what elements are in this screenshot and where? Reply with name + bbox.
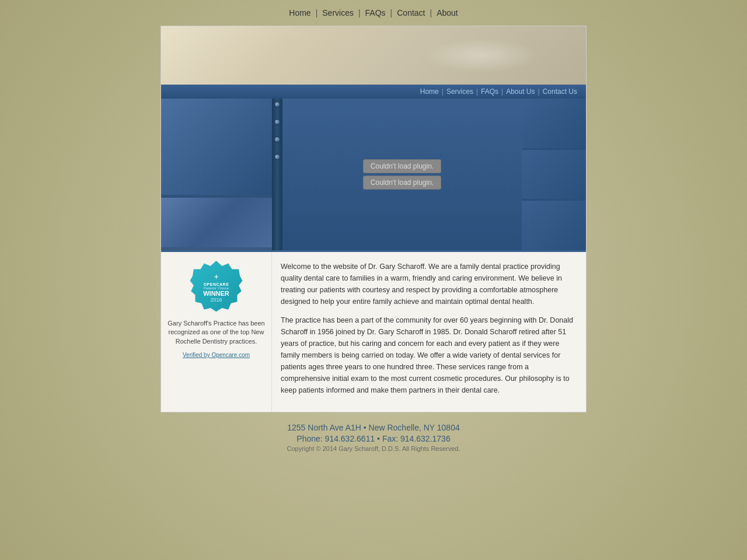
opencare-label: OPENCARE [204, 282, 229, 286]
left-sidebar-bottom [161, 198, 272, 247]
award-description: Gary Scharoff's Practice has been recogn… [167, 319, 266, 346]
header-banner [161, 26, 586, 85]
welcome-text-section: Welcome to the website of Dr. Gary Schar… [272, 252, 586, 412]
sec-nav-about-us[interactable]: About Us [503, 88, 537, 96]
content-area: Couldn't load plugin. Couldn't load plug… [161, 99, 586, 250]
sec-nav-contact-us[interactable]: Contact Us [540, 88, 580, 96]
right-panel-bottom [522, 201, 586, 250]
badge-outer: + OPENCARE Patients' Choice WINNER 2016 [190, 261, 243, 313]
right-panel-top [522, 99, 586, 148]
sec-nav-home[interactable]: Home [417, 88, 442, 96]
screw-bottom [274, 154, 280, 160]
plugin-error-container: Couldn't load plugin. Couldn't load plug… [363, 159, 441, 190]
welcome-paragraph-2: The practice has been a part of the comm… [281, 314, 577, 396]
footer-copyright: Copyright © 2014 Gary Scharoff, D.D.S. A… [0, 445, 747, 452]
screw-lower-mid [274, 136, 280, 142]
award-section: + OPENCARE Patients' Choice WINNER 2016 … [161, 252, 272, 412]
award-badge: + OPENCARE Patients' Choice WINNER 2016 [190, 261, 243, 313]
main-container: Home | Services | FAQs | About Us | Cont… [160, 26, 587, 412]
nav-faqs[interactable]: FAQs [361, 8, 390, 18]
right-panel-middle [522, 150, 586, 200]
welcome-paragraph-1: Welcome to the website of Dr. Gary Schar… [281, 261, 577, 307]
bottom-section: + OPENCARE Patients' Choice WINNER 2016 … [161, 250, 586, 412]
center-divider [272, 99, 282, 250]
nav-about[interactable]: About [432, 8, 463, 18]
nav-home[interactable]: Home [284, 8, 315, 18]
screw-upper-mid [274, 119, 280, 125]
badge-plus-icon: + [214, 272, 218, 281]
secondary-navigation: Home | Services | FAQs | About Us | Cont… [161, 85, 586, 99]
right-sidebar [522, 99, 586, 250]
badge-inner: + OPENCARE Patients' Choice WINNER 2016 [203, 261, 229, 313]
footer: 1255 North Ave A1H • New Rochelle, NY 10… [0, 412, 747, 458]
left-sidebar [161, 99, 272, 250]
screw-top [274, 102, 280, 107]
year-label: 2016 [210, 297, 222, 303]
plugin-error-2: Couldn't load plugin. [363, 176, 441, 190]
winner-label: WINNER [203, 290, 229, 297]
footer-address: 1255 North Ave A1H • New Rochelle, NY 10… [0, 423, 747, 432]
nav-services[interactable]: Services [317, 8, 358, 18]
sec-nav-services[interactable]: Services [444, 88, 476, 96]
footer-phone: Phone: 914.632.6611 • Fax: 914.632.1736 [0, 434, 747, 443]
plugin-error-1: Couldn't load plugin. [363, 159, 441, 173]
sec-nav-faqs[interactable]: FAQs [478, 88, 501, 96]
top-navigation: Home | Services | FAQs | Contact | About [0, 0, 747, 26]
verified-by[interactable]: Verified by Opencare.com [183, 352, 250, 358]
nav-contact[interactable]: Contact [392, 8, 430, 18]
plugin-area: Couldn't load plugin. Couldn't load plug… [282, 99, 522, 250]
left-sidebar-top [161, 99, 272, 195]
